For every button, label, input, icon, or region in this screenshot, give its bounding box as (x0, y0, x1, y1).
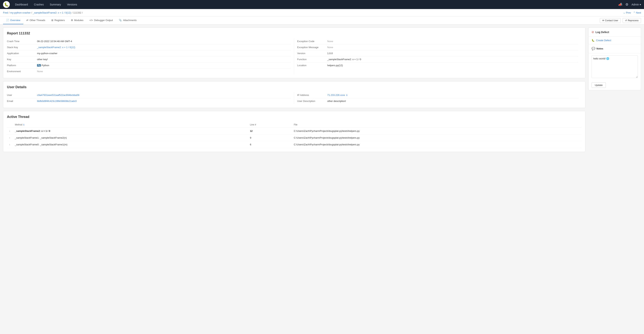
breadcrumb-app[interactable]: my-python-crasher (10, 11, 30, 14)
stack-key-row: Stack Key _sampleStackFrame2: x = 1 / 0(… (7, 44, 291, 50)
thread-file: C:\Users\Zach\PycharmProjects\bugsplat-p… (292, 128, 582, 134)
attachments-icon: 📎 (119, 19, 122, 22)
report-card: Report 111332 Crash Time 06-22-2022 10:5… (3, 28, 585, 78)
location-value: helpers.py(12) (327, 64, 343, 67)
thread-line: 6 (248, 141, 292, 148)
ip-info-icon[interactable]: ℹ (346, 94, 348, 97)
environment-label: Environment (7, 70, 37, 73)
user-desc-row: User Description other description! (297, 98, 578, 104)
active-thread-card: Active Thread Method ℹ Line # File ›_sam… (3, 111, 585, 152)
notes-textarea[interactable] (592, 56, 638, 78)
breadcrumb-nav: ⌄ Prev ⌃ Next (623, 11, 641, 14)
ip-row: IP Address 71.233.228.xxxx ℹ (297, 92, 578, 98)
table-row: ›_sampleStackFrame0: _sampleStackFrame1(… (7, 141, 582, 148)
table-row: ›_sampleStackFrame2: x = 1 / 012C:\Users… (7, 128, 582, 134)
user-left-col: User c9a47931eee531aaf522ac694bcbba56 Em… (7, 92, 294, 104)
log-defect-header: ⊘ Log Defect (588, 28, 641, 37)
nav-versions[interactable]: Versions (65, 0, 80, 9)
content-area: Report 111332 Crash Time 06-22-2022 10:5… (3, 28, 585, 152)
log-defect-title: Log Defect (596, 31, 609, 34)
application-row: Application my-python-crasher (7, 50, 291, 57)
gear-icon[interactable]: ⚙ (626, 3, 628, 7)
platform-row: Platform Py Python (7, 63, 291, 69)
app-logo: 🐛 (3, 1, 10, 8)
create-defect-button[interactable]: 🐛 Create Defect (588, 37, 641, 44)
breadcrumb-stackframe[interactable]: _sampleStackFrame2: x = 1 / 0(12) (33, 11, 71, 14)
debugger-icon: </> (90, 19, 93, 22)
user-desc-label: User Description (297, 100, 327, 103)
ip-value: 71.233.228.xxxx ℹ (327, 94, 348, 97)
environment-value: None (37, 70, 43, 73)
defect-icon: ⊘ (592, 30, 594, 34)
expand-btn[interactable]: › (7, 141, 12, 148)
nav-dashboard[interactable]: Dashboard (13, 0, 30, 9)
admin-menu[interactable]: Admin ▾ (632, 3, 641, 6)
bell-icon[interactable]: 📣 (618, 3, 622, 7)
platform-label: Platform (7, 64, 37, 67)
nav-summary[interactable]: Summary (48, 0, 63, 9)
contact-user-button[interactable]: ✉ Contact User (600, 18, 621, 23)
report-details: Crash Time 06-22-2022 10:54:48 AM GMT-4 … (7, 38, 582, 74)
function-label: Function (297, 58, 327, 61)
key-row: Key other key! (7, 57, 291, 63)
report-title: Report 111332 (7, 32, 582, 35)
tabs: 📄 Overview ⇄ Other Threads ⊞ Registers ⚙… (3, 17, 140, 24)
active-thread-title: Active Thread (7, 115, 582, 119)
exception-message-value: None (327, 46, 333, 49)
stack-key-value[interactable]: _sampleStackFrame2: x = 1 / 0(12) (37, 46, 75, 49)
version-value: 1.0.0 (327, 52, 333, 55)
nav-crashes[interactable]: Crashes (32, 0, 46, 9)
key-label: Key (7, 58, 37, 61)
reprocess-button[interactable]: ↺ Reprocess (622, 18, 641, 23)
tab-debugger-output[interactable]: </> Debugger Output (86, 17, 116, 24)
col-method: Method ℹ (12, 122, 248, 128)
threads-icon: ⇄ (26, 19, 28, 22)
thread-method: _sampleStackFrame0: _sampleStackFrame1(m… (12, 141, 248, 148)
tab-attachments[interactable]: 📎 Attachments (116, 17, 140, 24)
tabbar: 📄 Overview ⇄ Other Threads ⊞ Registers ⚙… (0, 17, 644, 25)
user-value[interactable]: c9a47931eee531aaf522ac694bcbba56 (37, 94, 80, 97)
thread-method: _sampleStackFrame2: x = 1 / 0 (12, 128, 248, 134)
tab-actions: ✉ Contact User ↺ Reprocess (600, 18, 641, 23)
exception-message-label: Exception Message (297, 46, 327, 49)
ip-link[interactable]: 71.233.228.xxxx (327, 94, 345, 97)
email-value[interactable]: 6bfb0d9f4fc423c1f8fe58606b21adc0 (37, 100, 77, 103)
email-icon: ✉ (602, 19, 604, 22)
version-row: Version 1.0.0 (297, 50, 578, 57)
prev-link[interactable]: ⌄ Prev (623, 11, 631, 14)
notes-title: 💬 Notes (592, 47, 638, 50)
nav-links: Dashboard Crashes Summary Versions (13, 0, 79, 9)
breadcrumb-fred[interactable]: Fred (3, 11, 8, 14)
tab-other-threads[interactable]: ⇄ Other Threads (23, 17, 48, 24)
tab-overview[interactable]: 📄 Overview (3, 17, 23, 24)
overview-icon: 📄 (6, 19, 9, 22)
table-row: ›_sampleStackFrame1: _sampleStackFrame2(… (7, 134, 582, 141)
col-line: Line # (248, 122, 292, 128)
reprocess-icon: ↺ (625, 19, 627, 22)
thread-method: _sampleStackFrame1: _sampleStackFrame2(n… (12, 134, 248, 141)
col-file: File (292, 122, 582, 128)
application-value: my-python-crasher (37, 52, 57, 55)
next-link[interactable]: ⌃ Next (633, 11, 641, 14)
notes-section: 💬 Notes (588, 44, 641, 53)
thread-line: 12 (248, 128, 292, 134)
email-label: Email (7, 100, 37, 103)
method-info-icon[interactable]: ℹ (24, 124, 24, 126)
tab-modules[interactable]: ⚙ Modules (68, 17, 86, 24)
thread-table-header: Method ℹ Line # File (7, 122, 582, 128)
thread-table: Method ℹ Line # File ›_sampleStackFrame2… (7, 122, 582, 148)
report-left-col: Crash Time 06-22-2022 10:54:48 AM GMT-4 … (7, 38, 294, 74)
function-row: Function _sampleStackFrame2: x = 1 / 0 (297, 57, 578, 63)
user-label: User (7, 94, 37, 97)
update-button[interactable]: Update (592, 82, 606, 88)
thread-line: 9 (248, 134, 292, 141)
breadcrumb-bar: Fred / my-python-crasher / _sampleStackF… (0, 9, 644, 17)
expand-btn[interactable]: › (7, 128, 12, 134)
tab-registers[interactable]: ⊞ Registers (48, 17, 68, 24)
expand-btn[interactable]: › (7, 134, 12, 141)
exception-message-row: Exception Message None (297, 44, 578, 50)
col-expand (7, 122, 12, 128)
location-label: Location (297, 64, 327, 67)
sidebar: ⊘ Log Defect 🐛 Create Defect 💬 Notes Upd… (588, 28, 641, 90)
user-details-title: User Details (7, 85, 582, 89)
